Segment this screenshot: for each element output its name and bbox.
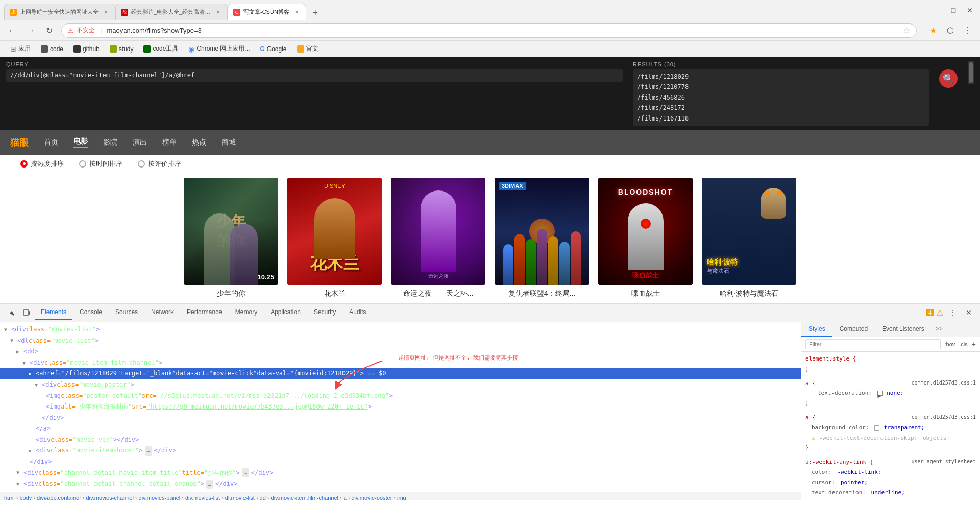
profile-icon[interactable]: ⬡ [944, 25, 957, 37]
back-button[interactable]: ← [6, 25, 18, 37]
xpath-search-button[interactable]: 🔍 [939, 69, 958, 88]
text-decoration-arrow[interactable]: ▶ [877, 391, 883, 396]
movie-poster-6[interactable]: 哈利·波特 与魔法石 [702, 178, 796, 285]
filter-cls-button[interactable]: .cls [959, 341, 968, 347]
devtools-tab-audits[interactable]: Audits [343, 305, 372, 320]
movie-poster-1[interactable]: 少年 的你 10.25 [184, 178, 278, 285]
styles-tab-event-listeners[interactable]: Event Listeners [875, 322, 932, 337]
styles-tab-styles[interactable]: Styles [801, 322, 832, 337]
bookmark-codetool[interactable]: code工具 [139, 43, 182, 55]
expand-hover-btn[interactable]: … [145, 446, 152, 456]
bookmark-star[interactable]: ☆ [903, 26, 910, 35]
dom-line-5[interactable]: ▶ < a href= "/films/1218029" target= "_b… [0, 368, 801, 379]
nav-ranking[interactable]: 榜单 [162, 138, 177, 147]
bc-body[interactable]: body [19, 495, 32, 500]
devtools-tab-security[interactable]: Security [308, 305, 342, 320]
close-window-button[interactable]: ✕ [964, 4, 976, 16]
movie-poster-2[interactable]: 花木兰 DISNEY [287, 178, 382, 285]
sort-hot[interactable]: 按热度排序 [20, 159, 64, 169]
movie-poster-3[interactable]: 命运之夜 [391, 178, 485, 285]
movie-card-3[interactable]: 命运之夜 命运之夜——天之杯... [391, 178, 485, 298]
nav-mall[interactable]: 商城 [222, 138, 236, 147]
address-bar[interactable]: ⚠ 不安全 | maoyan.com/films?showType=3 ☆ [61, 23, 917, 38]
bookmark-apps[interactable]: ⊞ 应用 [6, 43, 35, 55]
movie-card-4[interactable]: 3DIMAX 复仇者联盟4：终局... [495, 178, 589, 298]
nav-cinema[interactable]: 影院 [103, 138, 117, 147]
tab-2[interactable]: 经 经典影片_电影大全_经典高清电... ✕ [115, 4, 228, 20]
tab-3-close[interactable]: ✕ [292, 8, 301, 16]
bc-movie-list[interactable]: dl.movie-list [225, 495, 255, 500]
nav-home[interactable]: 首页 [44, 138, 58, 147]
maximize-button[interactable]: □ [947, 4, 960, 16]
movie-card-5[interactable]: BLOODSHOT 喋血战士 喋血战士 [598, 178, 693, 298]
extensions-icon[interactable]: ★ [927, 25, 939, 37]
bc-dd[interactable]: dd [260, 495, 266, 500]
device-toolbar-icon[interactable] [19, 305, 34, 320]
minimize-button[interactable]: — [931, 4, 943, 16]
bc-app[interactable]: div#app.container [37, 495, 81, 500]
add-style-button[interactable]: + [972, 340, 976, 348]
bc-html[interactable]: html [4, 495, 15, 500]
tab-1[interactable]: 上 上网导航一安全快速的网址大全 ✕ [4, 4, 115, 20]
devtools-close-icon[interactable]: ✕ [962, 305, 976, 320]
dom-line-2: ▼ <dl class= "movie-list" > [0, 336, 801, 347]
expand-orange-btn[interactable]: … [206, 480, 213, 489]
bookmark-code[interactable]: code [37, 44, 67, 54]
bg-color-swatch[interactable] [874, 425, 879, 431]
movie-poster-4[interactable]: 3DIMAX [495, 178, 589, 285]
bc-movie-item[interactable]: div.movie-item.film-channel [271, 495, 338, 500]
refresh-button[interactable]: ↻ [43, 25, 55, 37]
sort-time[interactable]: 按时间排序 [79, 159, 122, 169]
bc-a[interactable]: a [344, 495, 347, 500]
warning-badge: 4 [926, 309, 934, 316]
menu-icon[interactable]: ⋮ [962, 25, 974, 37]
bookmark-guanwen[interactable]: 官文 [293, 43, 323, 55]
devtools-more-icon[interactable]: ⋮ [945, 305, 960, 320]
nav-hot[interactable]: 热点 [192, 138, 206, 147]
devtools-tab-console[interactable]: Console [74, 305, 108, 320]
bc-movie-poster[interactable]: div.movie-poster [351, 495, 392, 500]
devtools-tab-network[interactable]: Network [145, 305, 180, 320]
bc-movies-list[interactable]: div.movies-list [185, 495, 220, 500]
sort-rating[interactable]: 按评价排序 [138, 159, 181, 169]
styles-filter-input[interactable] [805, 339, 941, 349]
sort-hot-radio[interactable] [20, 160, 28, 168]
dom-line-4: ▼ <div class= "movie-item film-channel" … [0, 357, 801, 369]
tab-2-close[interactable]: ✕ [214, 8, 222, 16]
bc-img[interactable]: img [397, 495, 406, 500]
nav-shows[interactable]: 演出 [133, 138, 147, 147]
devtools-tab-sources[interactable]: Sources [109, 305, 144, 320]
expand-title-btn[interactable]: … [242, 468, 249, 477]
bc-movies-channel[interactable]: div.movies-channel [86, 495, 134, 500]
movie-card-6[interactable]: 哈利·波特 与魔法石 哈利·波特与魔法石 [702, 178, 796, 298]
dom-line-1: ▼ <div class= "movies-list" > [0, 324, 801, 336]
bookmark-google[interactable]: G Google [256, 44, 290, 54]
devtools-tab-performance[interactable]: Performance [181, 305, 228, 320]
inspect-element-icon[interactable] [4, 305, 18, 320]
styles-tab-more[interactable]: >> [932, 322, 947, 337]
bookmarks-bar: ⊞ 应用 code github study code工具 ◉ Chrome 网… [0, 41, 980, 57]
filter-pseudo-button[interactable]: :hov [945, 341, 955, 347]
sort-rating-radio[interactable] [138, 160, 145, 168]
nav-movies[interactable]: 电影 [74, 137, 88, 148]
query-input[interactable]: //dd/div[@class="movie-item film-channel… [6, 69, 623, 82]
forward-button[interactable]: → [24, 25, 37, 37]
movie-card-2[interactable]: 花木兰 DISNEY 花木兰 [287, 178, 382, 298]
tab-3[interactable]: C 写文章-CSDN博客 ✕ [228, 4, 306, 20]
bookmark-chrome-store[interactable]: ◉ Chrome 网上应用... [184, 43, 254, 55]
results-scrollbar[interactable] [968, 61, 974, 84]
styles-tab-computed[interactable]: Computed [832, 322, 875, 337]
toolbar-icons: ★ ⬡ ⋮ [927, 25, 974, 37]
devtools-tab-application[interactable]: Application [264, 305, 307, 320]
sort-time-radio[interactable] [79, 160, 86, 168]
new-tab-button[interactable]: + [308, 6, 323, 20]
bookmark-github[interactable]: github [69, 44, 104, 54]
devtools-tab-elements[interactable]: Elements [35, 305, 72, 320]
movie-card-1[interactable]: 少年 的你 10.25 少年的你 [184, 178, 278, 298]
tab-1-close[interactable]: ✕ [102, 8, 110, 16]
movie-poster-5[interactable]: BLOODSHOT 喋血战士 [598, 178, 693, 285]
devtools-tab-memory[interactable]: Memory [229, 305, 263, 320]
svg-rect-1 [29, 311, 30, 315]
bookmark-study[interactable]: study [106, 44, 138, 54]
bc-movies-panel[interactable]: div.movies-panel [139, 495, 181, 500]
